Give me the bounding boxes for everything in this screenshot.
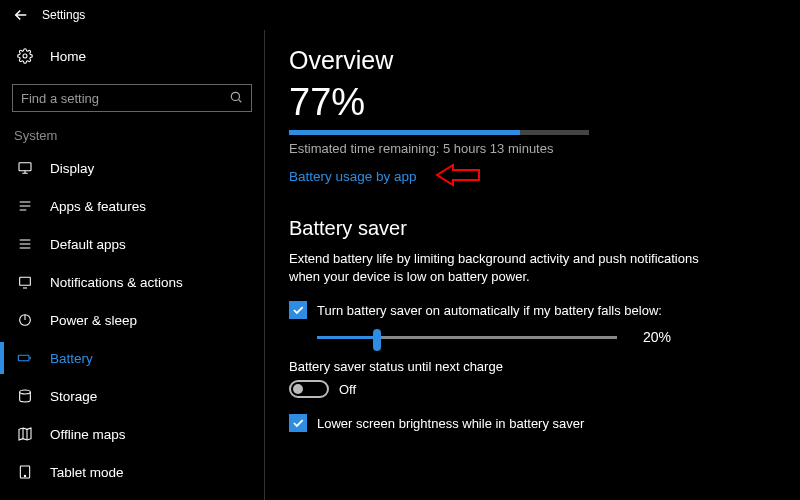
sidebar-item-display[interactable]: Display [0, 149, 264, 187]
battery-usage-link[interactable]: Battery usage by app [289, 169, 417, 184]
sidebar-item-storage[interactable]: Storage [0, 377, 264, 415]
sidebar-item-label: Offline maps [50, 427, 126, 442]
threshold-slider-fill [317, 336, 377, 339]
sidebar-item-default-apps[interactable]: Default apps [0, 225, 264, 263]
sidebar-group-label: System [0, 122, 264, 149]
sidebar-item-offline-maps[interactable]: Offline maps [0, 415, 264, 453]
sidebar-item-battery[interactable]: Battery [0, 339, 264, 377]
saver-status-heading: Battery saver status until next charge [289, 359, 778, 374]
lower-brightness-checkbox[interactable] [289, 414, 307, 432]
sidebar-item-tablet-mode[interactable]: Tablet mode [0, 453, 264, 491]
sidebar-item-label: Apps & features [50, 199, 146, 214]
threshold-slider[interactable] [317, 336, 617, 339]
svg-point-6 [20, 390, 31, 394]
arrow-left-icon [12, 6, 30, 24]
threshold-slider-thumb[interactable] [373, 329, 381, 351]
storage-icon [14, 388, 36, 404]
svg-point-8 [24, 475, 25, 476]
power-icon [14, 312, 36, 328]
battery-bar [289, 130, 589, 135]
toggle-knob [293, 384, 303, 394]
sidebar-item-label: Notifications & actions [50, 275, 183, 290]
battery-saver-heading: Battery saver [289, 217, 778, 240]
svg-point-1 [231, 92, 239, 100]
check-icon [291, 303, 305, 317]
back-button[interactable] [0, 0, 42, 30]
default-apps-icon [14, 236, 36, 252]
check-icon [291, 416, 305, 430]
maps-icon [14, 426, 36, 442]
sidebar-item-notifications[interactable]: Notifications & actions [0, 263, 264, 301]
battery-saver-description: Extend battery life by limiting backgrou… [289, 250, 719, 285]
auto-saver-label: Turn battery saver on automatically if m… [317, 303, 662, 318]
sidebar-item-label: Display [50, 161, 94, 176]
auto-saver-checkbox[interactable] [289, 301, 307, 319]
annotation-arrow-icon [435, 162, 495, 191]
search-icon [229, 90, 243, 107]
svg-rect-5 [18, 355, 29, 360]
search-box[interactable] [12, 84, 252, 112]
battery-bar-fill [289, 130, 520, 135]
threshold-value: 20% [643, 329, 671, 345]
battery-percent: 77% [289, 81, 778, 124]
battery-icon [14, 350, 36, 366]
sidebar-home[interactable]: Home [0, 36, 264, 76]
sidebar-item-label: Power & sleep [50, 313, 137, 328]
notifications-icon [14, 274, 36, 290]
svg-rect-3 [20, 277, 31, 285]
main-content: Overview 77% Estimated time remaining: 5… [265, 30, 800, 500]
svg-rect-2 [19, 163, 31, 171]
display-icon [14, 160, 36, 176]
sidebar-home-label: Home [50, 49, 86, 64]
gear-icon [14, 48, 36, 64]
sidebar-item-label: Storage [50, 389, 97, 404]
sidebar-item-label: Default apps [50, 237, 126, 252]
lower-brightness-label: Lower screen brightness while in battery… [317, 416, 584, 431]
window-title: Settings [42, 8, 85, 22]
sidebar-item-apps-features[interactable]: Apps & features [0, 187, 264, 225]
sidebar-item-label: Battery [50, 351, 93, 366]
svg-point-0 [23, 54, 27, 58]
search-input[interactable] [21, 91, 221, 106]
tablet-icon [14, 464, 36, 480]
sidebar: Home System Display Apps & features Defa… [0, 30, 265, 500]
estimated-time: Estimated time remaining: 5 hours 13 min… [289, 141, 778, 156]
sidebar-item-label: Tablet mode [50, 465, 124, 480]
sidebar-item-power-sleep[interactable]: Power & sleep [0, 301, 264, 339]
overview-heading: Overview [289, 46, 778, 75]
saver-status-toggle[interactable] [289, 380, 329, 398]
saver-status-text: Off [339, 382, 356, 397]
apps-icon [14, 198, 36, 214]
